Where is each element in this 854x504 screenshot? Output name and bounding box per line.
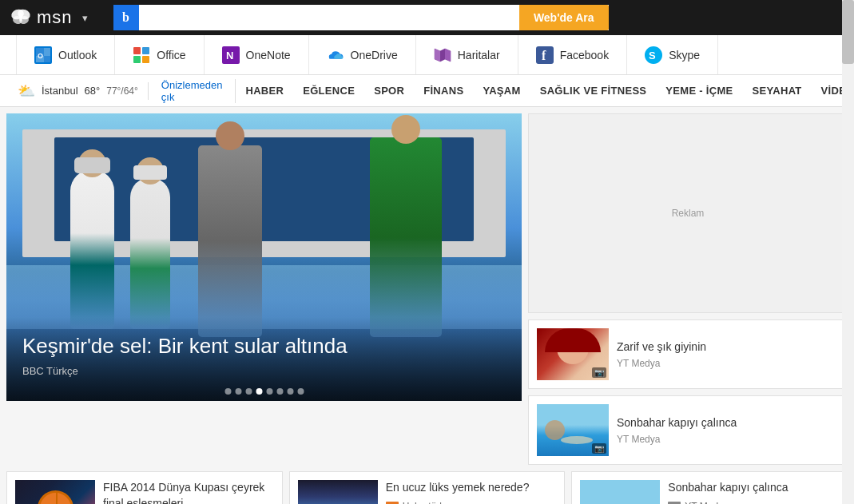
svg-rect-14 [142,56,149,63]
app-item-onedrive[interactable]: OneDrive [309,35,416,74]
head-4 [391,115,420,144]
svg-rect-13 [133,56,141,63]
app-label-office: Office [157,49,185,62]
side-card-title-1: Sonbahar kapıyı çalınca [617,415,737,430]
bottom-card-0[interactable]: FIBA 2014 Dünya Kupası çeyrek final eşle… [6,471,283,504]
bottom-card-title-0: FIBA 2014 Dünya Kupası çeyrek final eşle… [103,480,274,504]
scrollbar[interactable] [842,0,854,504]
bing-logo-icon: b [122,10,129,25]
source-badge-2: YT YT Medya [668,501,839,504]
weather-icon: ⛅ [18,82,35,100]
nav-dropdown-arrow[interactable]: ▾ [82,12,88,24]
svg-rect-11 [133,47,141,54]
weather-section[interactable]: ⛅ İstanbul 68° 77°/64° [8,82,149,100]
search-input[interactable] [139,5,519,30]
bottom-card-1[interactable]: En ucuz lüks yemek nerede? HT Habertürk [289,471,566,504]
main-content: Keşmir'de sel: Bir kent sular altında BB… [0,107,854,465]
svg-rect-12 [142,47,149,54]
nav-seyahat[interactable]: SEYAHAT [743,75,812,106]
advertisement-box: Reklam [528,113,848,313]
outlook-icon: O [34,46,52,64]
camera-badge-1: 📷 [592,443,606,454]
hero-source: BBC Türkçe [22,365,506,377]
bottom-thumb-0 [15,480,95,504]
bottom-source-2: YT Medya [685,501,728,504]
side-card-source-1: YT Medya [617,434,737,445]
onedrive-icon [327,46,344,64]
side-thumb-0: 📷 [537,328,609,380]
haritalar-icon [434,46,451,64]
side-card-0[interactable]: 📷 Zarif ve şık giyinin YT Medya [528,319,848,389]
beach-umbrella [545,420,565,440]
bottom-card-2[interactable]: Sonbahar kapıyı çalınca YT YT Medya [571,471,848,504]
preview-link[interactable]: Önizlemeden çık [149,79,236,103]
svg-rect-9 [44,56,50,62]
search-bar: b Web'de Ara [113,5,609,30]
nav-spor[interactable]: SPOR [364,75,414,106]
camera-badge-0: 📷 [592,367,606,378]
app-item-skype[interactable]: S Skype [627,35,718,74]
dot-3[interactable] [245,388,252,395]
app-bar: O Outlook Office N OneNote OneDrive [0,35,854,75]
app-item-haritalar[interactable]: Haritalar [416,35,518,74]
dot-5[interactable] [266,388,272,395]
app-label-skype: Skype [669,49,700,62]
source-badge-1: HT Habertürk [386,501,557,504]
scarf-1 [74,157,110,173]
app-item-office[interactable]: Office [115,35,204,74]
svg-point-4 [19,13,22,21]
msn-logo[interactable]: msn [10,6,73,29]
dot-6[interactable] [276,388,283,395]
scrollbar-thumb[interactable] [842,0,854,64]
city-name: İstanbul [42,85,78,97]
head-3 [216,121,244,150]
nav-finans[interactable]: FİNANS [414,75,473,106]
nav-eglence[interactable]: EĞLENCE [293,75,364,106]
msn-butterfly-icon [10,6,32,29]
figure-2 [130,177,170,329]
app-label-outlook: Outlook [58,49,97,62]
dot-1[interactable] [224,388,231,395]
ad-placeholder-text: Reklam [672,208,705,219]
nav-saglik[interactable]: SAĞLIK VE FİTNESS [530,75,657,106]
scarf-2 [133,165,167,180]
app-label-facebook: Facebook [560,49,609,62]
portrait-hair [545,328,601,352]
facebook-icon: f [536,46,554,64]
side-card-text-0: Zarif ve şık giyinin YT Medya [617,339,706,368]
nav-haber[interactable]: HABER [236,75,293,106]
dot-4[interactable] [256,388,262,395]
bottom-source-1: Habertürk [403,501,445,504]
hero-section[interactable]: Keşmir'de sel: Bir kent sular altında BB… [6,113,522,465]
dot-2[interactable] [235,388,241,395]
hero-title: Keşmir'de sel: Bir kent sular altında [22,333,506,360]
app-label-onedrive: OneDrive [351,49,398,62]
svg-rect-7 [44,48,50,56]
skype-icon: S [645,46,662,64]
app-item-outlook[interactable]: O Outlook [16,35,115,74]
onenote-icon: N [222,46,240,64]
side-card-1[interactable]: 📷 Sonbahar kapıyı çalınca YT Medya [528,395,848,465]
nav-yasam[interactable]: YAŞAM [473,75,530,106]
office-icon [133,46,150,64]
figure-1 [70,169,114,329]
dot-7[interactable] [287,388,293,395]
right-sidebar: Reklam 📷 Zarif ve şık giyinin YT Medya [528,113,848,465]
top-navigation: msn ▾ b Web'de Ara [0,0,854,35]
search-button[interactable]: Web'de Ara [519,5,609,30]
bottom-thumb-1 [298,480,378,504]
side-card-text-1: Sonbahar kapıyı çalınca YT Medya [617,415,737,444]
bottom-card-text-2: Sonbahar kapıyı çalınca YT YT Medya [668,480,839,504]
app-label-onenote: OneNote [246,49,291,62]
dot-8[interactable] [297,388,304,395]
svg-text:f: f [542,49,546,62]
beach-sand [561,436,593,444]
app-item-facebook[interactable]: f Facebook [518,35,627,74]
svg-text:O: O [38,52,43,60]
nav-yeme[interactable]: YEME - İÇME [656,75,742,106]
app-item-onenote[interactable]: N OneNote [205,35,309,74]
nav-bar: ⛅ İstanbul 68° 77°/64° Önizlemeden çık H… [0,75,854,107]
bottom-card-text-0: FIBA 2014 Dünya Kupası çeyrek final eşle… [103,480,274,504]
figure-3 [198,145,262,337]
figure-4 [370,137,442,337]
